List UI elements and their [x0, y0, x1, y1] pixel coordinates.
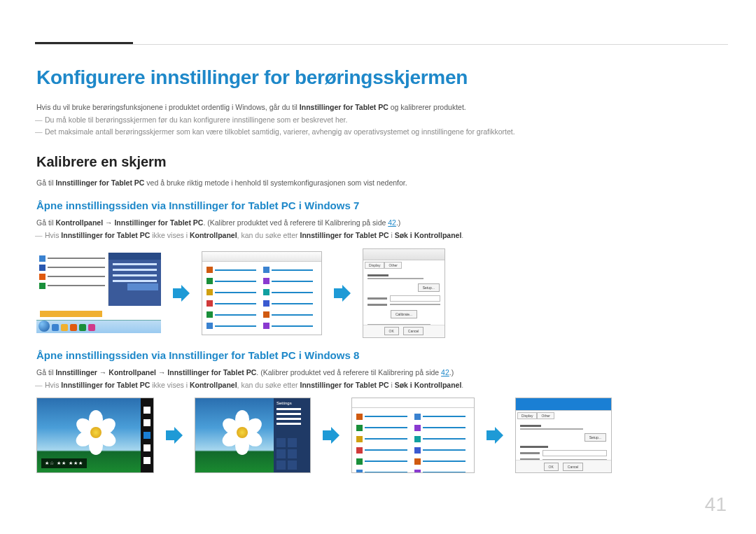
page-title: Konfigurere innstillinger for berøringss…	[36, 66, 728, 89]
page-content: Konfigurere innstillinger for berøringss…	[36, 66, 728, 482]
thumb-win8-settings-pane: Settings	[195, 398, 311, 473]
t: →	[103, 218, 114, 227]
t: Innstillinger for Tablet PC	[114, 218, 203, 227]
t: Gå til	[36, 218, 55, 227]
win8-line1: Gå til Innstillinger → Kontrollpanel → I…	[36, 367, 728, 378]
thumb-win7-control-panel	[202, 251, 322, 335]
t: i	[388, 381, 394, 389]
section-heading: Kalibrere en skjerm	[36, 154, 728, 170]
t: .	[461, 231, 463, 239]
t: ikke vises i	[150, 231, 190, 239]
t: i	[388, 231, 394, 239]
settings-flyout: Settings	[274, 398, 310, 472]
thumb-win7-tablet-pc-dialog: DisplayOther Setup... Calibrate... OKCan…	[363, 248, 445, 338]
t: ikke vises i	[150, 381, 190, 389]
p2-pre: Gå til	[36, 178, 55, 187]
dlg-setup: Setup...	[584, 433, 606, 442]
t: .)	[449, 368, 454, 377]
daisy-flower-icon	[76, 413, 115, 452]
win8-line2: Hvis Innstillinger for Tablet PC ikke vi…	[36, 379, 728, 391]
share-charm-icon	[144, 419, 150, 426]
dlg-ok: OK	[544, 463, 559, 471]
thumb-win7-start-menu	[36, 253, 161, 333]
thumb-win8-tablet-pc-dialog: DisplayOther Setup... Calibrate...Reset.…	[515, 398, 612, 473]
search-charm-icon	[144, 407, 150, 414]
t: Hvis	[45, 381, 61, 389]
p2-post: ved å bruke riktig metode i henhold til …	[144, 178, 407, 187]
dlg-tab: Display	[517, 412, 537, 419]
t: Gå til	[36, 368, 55, 377]
arrow-icon	[162, 423, 186, 447]
t: Innstillinger for Tablet PC	[61, 231, 150, 239]
win7-heading: Åpne innstillingssiden via Innstillinger…	[36, 199, 728, 211]
settings-title: Settings	[276, 401, 307, 405]
t: Hvis	[45, 231, 61, 239]
header-rule	[35, 44, 728, 45]
note-2: Det maksimale antall berøringsskjermer s…	[36, 126, 728, 137]
start-charm-icon	[144, 432, 150, 439]
intro-pre: Hvis du vil bruke berøringsfunksjonene i…	[36, 103, 300, 111]
t: Innstillinger	[55, 368, 97, 377]
t: Innstillinger for Tablet PC	[167, 368, 256, 377]
t: . (Kalibrer produktet ved å referere til…	[203, 218, 388, 227]
dlg-cancel: Cancel	[403, 327, 424, 335]
t: Kontrollpanel	[190, 231, 237, 239]
win7-screenshot-row: DisplayOther Setup... Calibrate... OKCan…	[36, 248, 728, 338]
arrow-icon	[169, 281, 193, 305]
t: .)	[396, 218, 400, 227]
thumb-win8-desktop-charms: ★☆ ★★ ★★★	[36, 398, 154, 473]
intro-paragraph: Hvis du vil bruke berøringsfunksjonene i…	[36, 101, 728, 113]
dlg-setup: Setup...	[418, 283, 440, 292]
dlg-tab: Other	[384, 262, 402, 269]
note-1: Du må koble til berøringsskjermen før du…	[36, 114, 728, 125]
t: Søk i Kontrollpanel	[395, 381, 462, 389]
dlg-calibrate: Calibrate...	[391, 310, 417, 318]
t: . (Kalibrer produktet ved å referere til…	[256, 368, 441, 377]
t: , kan du søke etter	[237, 231, 300, 239]
win8-heading: Åpne innstillingssiden via Innstillinger…	[36, 349, 728, 361]
dlg-tab: Display	[365, 262, 384, 269]
win7-line2: Hvis Innstillinger for Tablet PC ikke vi…	[36, 230, 728, 241]
arrow-icon	[483, 423, 507, 447]
t: Innstillinger for Tablet PC	[300, 381, 389, 389]
thumb-win8-control-panel	[351, 398, 475, 473]
page-number: 41	[705, 493, 727, 516]
t: Innstillinger for Tablet PC	[61, 381, 150, 389]
p2-b: Innstillinger for Tablet PC	[55, 178, 144, 187]
t: →	[156, 368, 167, 377]
intro-post: og kalibrerer produktet.	[388, 103, 466, 111]
t: Søk i Kontrollpanel	[395, 231, 462, 239]
daisy-flower-icon	[223, 413, 262, 452]
intro-bold: Innstillinger for Tablet PC	[300, 103, 388, 111]
dlg-ok: OK	[384, 327, 399, 335]
dlg-cancel: Cancel	[563, 463, 584, 471]
t: Kontrollpanel	[55, 218, 103, 227]
t: Kontrollpanel	[108, 368, 156, 377]
t: →	[97, 368, 108, 377]
t: Innstillinger for Tablet PC	[300, 231, 389, 239]
settings-charm-icon	[144, 457, 150, 464]
charms-bar	[141, 398, 153, 472]
t: , kan du søke etter	[237, 381, 300, 389]
page-link-42[interactable]: 42	[441, 368, 449, 377]
arrow-icon	[330, 281, 354, 305]
t: Kontrollpanel	[190, 381, 237, 389]
win7-line1: Gå til Kontrollpanel → Innstillinger for…	[36, 217, 728, 228]
dlg-tab: Other	[537, 412, 554, 419]
w8-clock-overlay: ★☆ ★★ ★★★	[41, 458, 87, 468]
arrow-icon	[319, 423, 343, 447]
win8-screenshot-row: ★☆ ★★ ★★★ Settings	[36, 398, 728, 473]
t: .	[461, 381, 463, 389]
devices-charm-icon	[144, 444, 150, 451]
section-intro: Gå til Innstillinger for Tablet PC ved å…	[36, 177, 728, 188]
page-link-42[interactable]: 42	[388, 218, 396, 227]
start-orb-icon	[38, 321, 50, 332]
